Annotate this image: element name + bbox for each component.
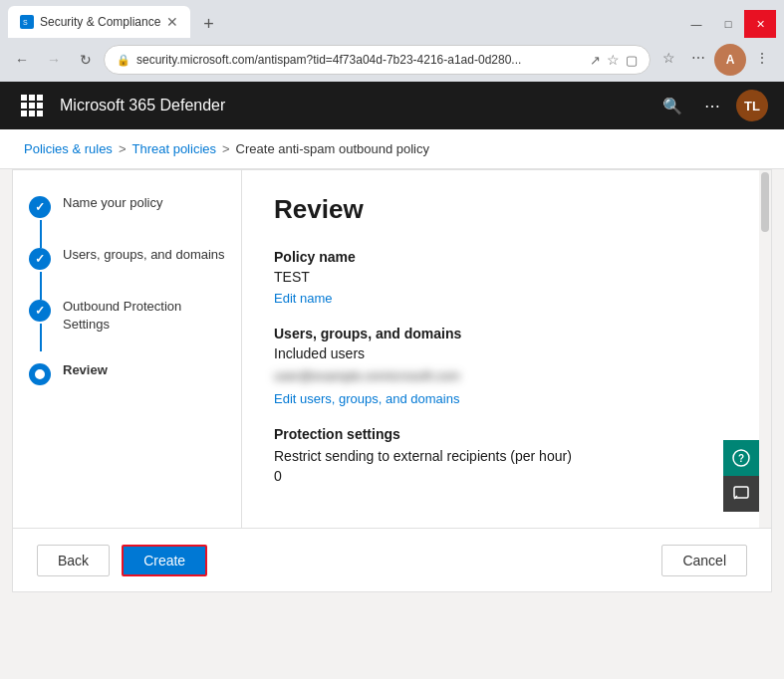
step-label-name[interactable]: Name your policy [63,194,162,212]
content-inner: ✓ Name your policy ✓ Users, groups, and … [13,170,771,528]
action-bar: Back Create Cancel [13,528,771,591]
tab-title: Security & Compliance [40,15,160,29]
step-item-name: ✓ Name your policy [29,194,225,218]
browser-tab[interactable]: S Security & Compliance ✕ [8,6,190,38]
content-wrapper: ✓ Name your policy ✓ Users, groups, and … [12,169,772,592]
edit-users-link[interactable]: Edit users, groups, and domains [274,391,459,406]
window-controls: — □ ✕ [680,10,776,38]
breadcrumb-current: Create anti-spam outbound policy [236,141,429,156]
browser-chrome: S Security & Compliance ✕ + — □ ✕ ← → ↻ … [0,0,784,82]
edit-name-link[interactable]: Edit name [274,291,333,306]
toolbar-actions: ☆ ⋯ A ⋮ [654,44,776,76]
policy-name-label: Policy name [274,249,739,265]
back-nav-button[interactable]: ← [8,46,36,74]
user-header-avatar[interactable]: TL [736,90,768,121]
cancel-button[interactable]: Cancel [661,545,747,576]
breadcrumb-policies-rules[interactable]: Policies & rules [24,141,113,156]
breadcrumb-threat-policies[interactable]: Threat policies [131,141,216,156]
included-users-label: Included users [274,345,739,361]
protection-settings-section: Protection settings Restrict sending to … [274,426,739,484]
users-section: Users, groups, and domains Included user… [274,326,739,406]
restrict-value: 0 [274,468,739,484]
close-button[interactable]: ✕ [744,10,776,38]
step-circle-review [29,363,51,385]
step-item-review: Review [29,361,225,385]
reading-mode-icon[interactable]: ▢ [626,53,638,68]
new-tab-button[interactable]: + [194,10,222,38]
back-button[interactable]: Back [37,545,110,576]
breadcrumb-sep-1: > [119,141,127,156]
floating-action-buttons: ? [723,440,759,512]
create-button[interactable]: Create [122,545,207,576]
svg-text:?: ? [738,453,744,464]
app-title: Microsoft 365 Defender [60,97,645,114]
steps-sidebar: ✓ Name your policy ✓ Users, groups, and … [13,170,242,528]
reload-button[interactable]: ↻ [72,46,100,74]
forward-nav-button[interactable]: → [40,46,68,74]
step-check-outbound: ✓ [35,304,45,318]
protection-settings-label: Protection settings [274,426,739,442]
svg-text:S: S [23,19,28,26]
browser-menu-icon[interactable]: ⋮ [748,44,776,72]
waffle-menu-button[interactable] [16,90,48,121]
header-actions: 🔍 ⋯ TL [656,90,768,121]
scrollbar[interactable] [759,170,771,528]
main-content: Review Policy name TEST Edit name Users,… [242,170,771,528]
scroll-thumb [761,172,769,232]
share-icon: ↗ [590,53,601,68]
step-circle-outbound: ✓ [29,300,51,322]
breadcrumb: Policies & rules > Threat policies > Cre… [0,129,784,169]
more-header-icon[interactable]: ⋯ [696,90,728,121]
more-options-icon[interactable]: ⋯ [684,44,712,72]
favorites-icon[interactable]: ☆ [654,44,682,72]
minimize-button[interactable]: — [680,10,712,38]
step-circle-users: ✓ [29,248,51,270]
address-bar[interactable]: 🔒 security.microsoft.com/antispam?tid=4f… [104,45,651,75]
user-avatar-button[interactable]: A [714,44,746,76]
step-label-users[interactable]: Users, groups, and domains [63,246,225,264]
policy-name-value: TEST [274,269,739,285]
policy-name-section: Policy name TEST Edit name [274,249,739,306]
browser-toolbar: ← → ↻ 🔒 security.microsoft.com/antispam?… [0,38,784,82]
users-section-label: Users, groups, and domains [274,326,739,341]
search-header-icon[interactable]: 🔍 [656,90,688,121]
step-dot-review [35,369,45,379]
breadcrumb-sep-2: > [222,141,230,156]
tab-close-button[interactable]: ✕ [166,14,178,30]
step-circle-name: ✓ [29,196,51,218]
step-check-users: ✓ [35,252,45,266]
step-item-users: ✓ Users, groups, and domains [29,246,225,270]
help-float-button[interactable]: ? [723,440,759,476]
step-item-outbound: ✓ Outbound Protection Settings [29,298,225,334]
lock-icon: 🔒 [117,54,131,67]
tab-favicon: S [20,15,34,29]
restrict-label: Restrict sending to external recipients … [274,448,739,464]
feedback-float-button[interactable] [723,476,759,512]
address-text: security.microsoft.com/antispam?tid=4f73… [136,53,584,67]
star-icon[interactable]: ☆ [607,52,620,68]
step-check-name: ✓ [35,200,45,214]
step-label-review[interactable]: Review [63,361,108,379]
app-header: Microsoft 365 Defender 🔍 ⋯ TL [0,82,784,129]
step-label-outbound[interactable]: Outbound Protection Settings [63,298,225,334]
maximize-button[interactable]: □ [712,10,744,38]
review-title: Review [274,194,739,225]
included-users-value: user@example.onmicrosoft.com [274,368,460,383]
